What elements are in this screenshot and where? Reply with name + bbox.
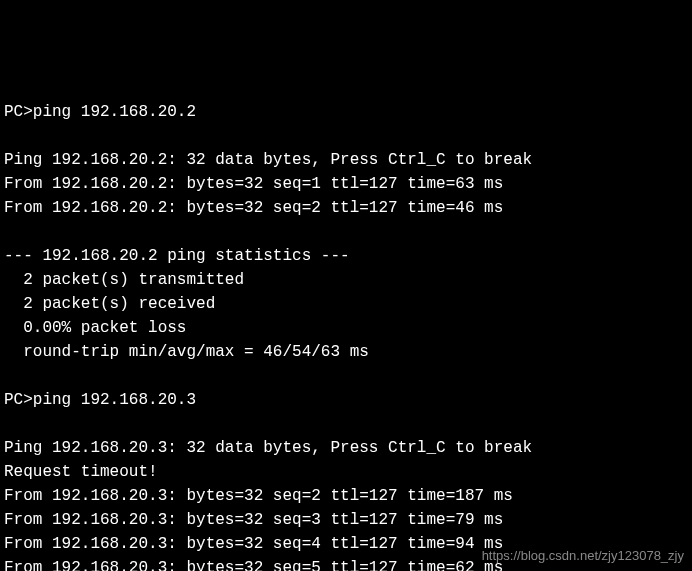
terminal-line: PC>ping 192.168.20.2 — [4, 100, 688, 124]
terminal-output[interactable]: PC>ping 192.168.20.2 Ping 192.168.20.2: … — [4, 100, 688, 571]
terminal-line: Ping 192.168.20.2: 32 data bytes, Press … — [4, 148, 688, 172]
terminal-line: 2 packet(s) transmitted — [4, 268, 688, 292]
terminal-line: From 192.168.20.3: bytes=32 seq=2 ttl=12… — [4, 484, 688, 508]
terminal-line: From 192.168.20.2: bytes=32 seq=2 ttl=12… — [4, 196, 688, 220]
terminal-line — [4, 412, 688, 436]
terminal-line: Ping 192.168.20.3: 32 data bytes, Press … — [4, 436, 688, 460]
terminal-line: 0.00% packet loss — [4, 316, 688, 340]
terminal-line: PC>ping 192.168.20.3 — [4, 388, 688, 412]
terminal-line — [4, 364, 688, 388]
terminal-line: Request timeout! — [4, 460, 688, 484]
terminal-line — [4, 220, 688, 244]
terminal-line: --- 192.168.20.2 ping statistics --- — [4, 244, 688, 268]
watermark-text: https://blog.csdn.net/zjy123078_zjy — [482, 546, 684, 566]
terminal-line: round-trip min/avg/max = 46/54/63 ms — [4, 340, 688, 364]
terminal-line: From 192.168.20.3: bytes=32 seq=3 ttl=12… — [4, 508, 688, 532]
terminal-line: 2 packet(s) received — [4, 292, 688, 316]
terminal-line: From 192.168.20.2: bytes=32 seq=1 ttl=12… — [4, 172, 688, 196]
terminal-line — [4, 124, 688, 148]
